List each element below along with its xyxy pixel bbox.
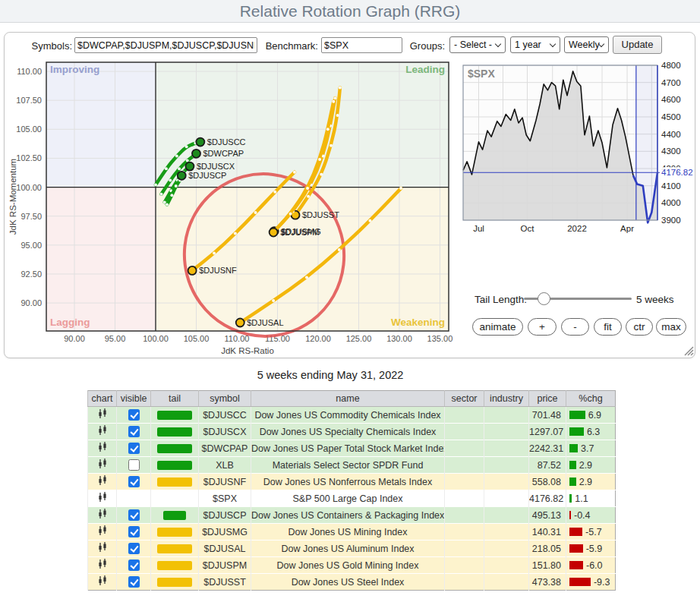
- cell-sector: [445, 507, 484, 524]
- candlestick-chart-icon[interactable]: [97, 425, 108, 436]
- column-header-sector[interactable]: sector: [445, 391, 484, 407]
- tail-week-dot: [154, 184, 157, 187]
- visible-checkbox[interactable]: [128, 526, 140, 537]
- tail-week-dot: [170, 194, 173, 197]
- tail-week-dot: [175, 154, 178, 157]
- tail-week-dot: [185, 145, 188, 148]
- candlestick-chart-icon[interactable]: [97, 459, 108, 469]
- benchmark-label: Benchmark:: [263, 40, 318, 52]
- benchmark-input[interactable]: [321, 37, 402, 53]
- y-tick-label: 100.00: [16, 183, 42, 192]
- cell-chart: [88, 457, 117, 474]
- spx-y-tick: 3900: [661, 216, 681, 225]
- page-header: Relative Rotation Graph (RRG): [0, 0, 700, 23]
- tail-color-swatch: [157, 444, 192, 453]
- cell-pct-change: 1.1: [566, 490, 616, 507]
- table-row-$DJUSNF: $DJUSNFDow Jones US Nonferrous Metals In…: [88, 474, 616, 490]
- cell-name: Dow Jones US Commodity Chemicals Index: [251, 407, 445, 424]
- cell-sector: [445, 440, 484, 457]
- spx-y-tick: 4300: [661, 147, 681, 156]
- tail-color-swatch: [157, 427, 192, 437]
- groups-select[interactable]: - Select -: [449, 36, 506, 53]
- pct-change-value: -0.4: [574, 510, 591, 521]
- visible-checkbox[interactable]: [128, 509, 140, 521]
- visible-checkbox[interactable]: [128, 443, 140, 454]
- candlestick-chart-icon[interactable]: [97, 492, 108, 503]
- spx-symbol-label: $SPX: [468, 68, 495, 80]
- cell-name: Dow Jones US Containers & Packaging Inde…: [251, 507, 445, 524]
- fit-button[interactable]: fit: [594, 318, 622, 336]
- candlestick-chart-icon[interactable]: [97, 559, 108, 569]
- visible-checkbox[interactable]: [128, 426, 140, 437]
- column-header-chart[interactable]: chart: [88, 391, 117, 407]
- cell-chart: [88, 424, 117, 440]
- tail-week-dot: [163, 200, 166, 203]
- cell-sector: [445, 407, 484, 424]
- cell-symbol: $DJUSCP: [199, 507, 251, 524]
- spx-last-price-label: 4176.82: [661, 168, 693, 177]
- visible-checkbox[interactable]: [128, 543, 140, 554]
- cell-sector: [445, 574, 484, 591]
- column-header-name[interactable]: name: [251, 391, 445, 407]
- max-button[interactable]: max: [656, 318, 686, 336]
- tail-week-dot: [307, 195, 310, 198]
- x-tick-label: 125.00: [346, 334, 372, 343]
- tail-week-dot: [273, 191, 276, 194]
- visible-checkbox[interactable]: [128, 476, 140, 487]
- zoom-in-button[interactable]: +: [528, 318, 557, 336]
- zoom-out-button[interactable]: -: [561, 318, 589, 336]
- cell-industry: [484, 574, 529, 591]
- rrg-marker-$DWCPAP[interactable]: [192, 150, 200, 158]
- candlestick-chart-icon[interactable]: [97, 509, 108, 519]
- update-button[interactable]: Update: [613, 36, 662, 54]
- rrg-marker-$DJUSCX[interactable]: [185, 162, 194, 171]
- tail-length-slider-thumb[interactable]: [538, 292, 550, 305]
- spx-y-tick: 4700: [661, 78, 681, 87]
- rrg-marker-$DJUSNF[interactable]: [188, 266, 197, 275]
- column-header-industry[interactable]: industry: [484, 391, 529, 407]
- y-tick-label: 102.50: [16, 153, 42, 162]
- column-header-price[interactable]: price: [529, 391, 566, 407]
- cell-tail: [151, 507, 199, 524]
- cell-symbol: $DJUSPM: [199, 557, 251, 574]
- frequency-select[interactable]: Weekly: [564, 36, 609, 53]
- pct-change-bar: [569, 427, 584, 436]
- period-select[interactable]: 1 year: [510, 36, 560, 53]
- cell-sector: [445, 557, 484, 574]
- tail-week-dot: [254, 211, 257, 214]
- symbols-input[interactable]: [74, 37, 257, 53]
- rrg-label-$DJUSCC: $DJUSCC: [207, 137, 246, 147]
- visible-checkbox[interactable]: [128, 576, 140, 588]
- cell-tail: [151, 574, 199, 591]
- visible-checkbox[interactable]: [128, 409, 140, 421]
- cell-chart: [88, 524, 117, 541]
- resize-grip-icon[interactable]: [682, 344, 694, 356]
- column-header-chg[interactable]: %chg: [566, 391, 616, 407]
- rrg-marker-$DJUSPM[interactable]: [270, 229, 278, 237]
- quadrant-label-leading: Leading: [405, 64, 445, 75]
- tail-color-swatch: [157, 544, 192, 553]
- tail-color-swatch: [157, 478, 192, 487]
- rrg-marker-$DJUSAL[interactable]: [236, 319, 244, 327]
- rrg-marker-$DJUSCP[interactable]: [178, 172, 186, 180]
- candlestick-chart-icon[interactable]: [97, 408, 108, 419]
- spx-y-tick: 4600: [661, 95, 681, 104]
- candlestick-chart-icon[interactable]: [97, 575, 108, 586]
- rrg-marker-$DJUSCC[interactable]: [196, 138, 204, 147]
- candlestick-chart-icon[interactable]: [97, 525, 108, 536]
- visible-checkbox[interactable]: [128, 459, 140, 471]
- candlestick-chart-icon[interactable]: [97, 475, 108, 486]
- column-header-visible[interactable]: visible: [117, 391, 151, 407]
- candlestick-chart-icon[interactable]: [97, 442, 108, 452]
- cell-industry: [484, 440, 529, 457]
- column-header-symbol[interactable]: symbol: [199, 391, 251, 407]
- center-button[interactable]: ctr: [626, 318, 653, 336]
- cell-name: Dow Jones US Specialty Chemicals Index: [251, 424, 445, 440]
- cell-pct-change: -5.7: [566, 524, 616, 541]
- column-header-tail[interactable]: tail: [151, 391, 199, 407]
- animate-button[interactable]: animate: [472, 318, 523, 336]
- visible-checkbox[interactable]: [128, 559, 140, 571]
- cell-tail: [151, 407, 199, 424]
- candlestick-chart-icon[interactable]: [97, 542, 108, 553]
- x-tick-label: 105.00: [184, 334, 210, 343]
